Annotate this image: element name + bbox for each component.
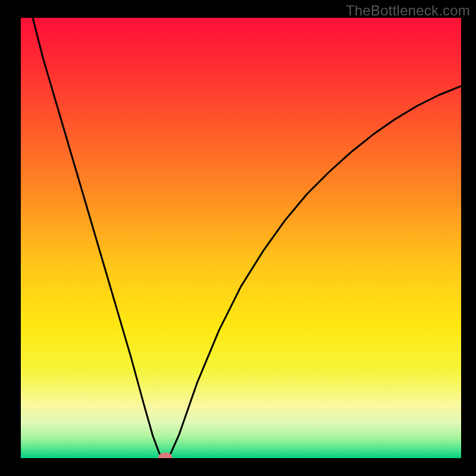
plot-background: [21, 18, 461, 458]
chart-svg: [0, 0, 476, 476]
watermark-label: TheBottleneck.com: [346, 2, 470, 19]
optimal-marker: [158, 452, 173, 462]
chart-container: TheBottleneck.com: [0, 0, 476, 476]
